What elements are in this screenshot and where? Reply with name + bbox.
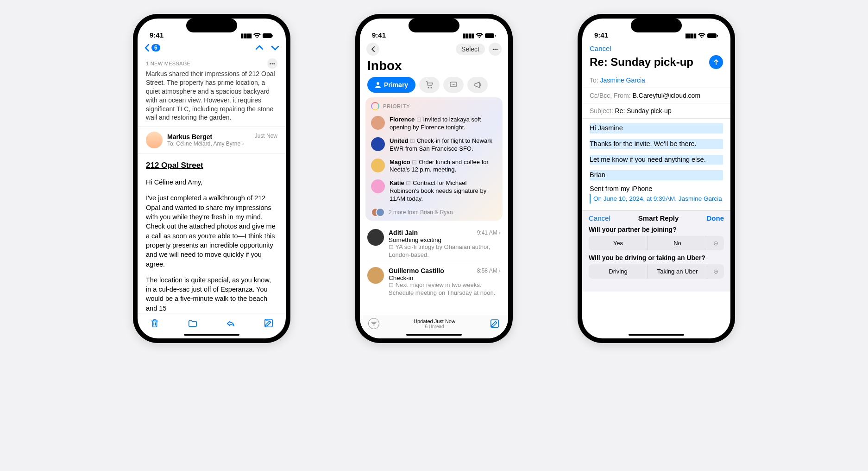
chevron-left-icon bbox=[144, 44, 151, 52]
priority-more[interactable]: 2 more from Brian & Ryan bbox=[371, 206, 497, 217]
status-icons: ▮▮▮▮ bbox=[463, 32, 496, 39]
smart-option-dismiss[interactable]: ⊖ bbox=[707, 236, 724, 250]
back-button[interactable] bbox=[366, 43, 379, 56]
message-row[interactable]: Aditi Jain 9:41 AM › Something exciting … bbox=[367, 225, 501, 263]
priority-label: PRIORITY bbox=[383, 103, 410, 109]
select-button[interactable]: Select bbox=[456, 44, 485, 55]
more-button[interactable]: ••• bbox=[489, 43, 502, 56]
chevron-down-icon[interactable] bbox=[271, 45, 279, 51]
svg-point-11 bbox=[454, 84, 455, 85]
smart-done-button[interactable]: Done bbox=[707, 214, 724, 222]
cc-field[interactable]: Cc/Bcc, From: B.Careyful@icloud.com bbox=[582, 88, 730, 103]
smart-option-dismiss[interactable]: ⊖ bbox=[707, 264, 724, 279]
body-sign: Brian bbox=[590, 170, 723, 180]
chevron-right-icon: › bbox=[499, 267, 501, 274]
to-value: Jasmine Garcia bbox=[600, 76, 645, 84]
message-nav-bar: 6 bbox=[138, 42, 286, 54]
priority-item[interactable]: Katie ⊡ Contract for Michael Robinson's … bbox=[371, 177, 497, 206]
svg-rect-4 bbox=[495, 35, 496, 37]
smart-option-no[interactable]: No bbox=[648, 236, 707, 250]
back-button[interactable]: 6 bbox=[144, 44, 160, 52]
chevron-right-icon: › bbox=[242, 140, 244, 147]
summary-text: Markus shared their impressions of 212 O… bbox=[146, 70, 277, 122]
cancel-button[interactable]: Cancel bbox=[582, 42, 730, 52]
priority-more-text: 2 more from Brian & Ryan bbox=[389, 209, 453, 216]
smart-option-yes[interactable]: Yes bbox=[589, 236, 648, 250]
status-icons: ▮▮▮▮ bbox=[685, 32, 718, 39]
priority-item[interactable]: United ⊡ Check-in for flight to Newark E… bbox=[371, 134, 497, 156]
tab-shopping[interactable] bbox=[419, 77, 440, 93]
subject-value: Re: Sunday pick-up bbox=[615, 107, 671, 115]
priority-item[interactable]: Magico ⊡ Order lunch and coffee for Neet… bbox=[371, 156, 497, 177]
home-indicator[interactable] bbox=[184, 334, 239, 336]
summary-icon: ⊡ bbox=[389, 281, 394, 288]
trash-icon[interactable] bbox=[150, 318, 160, 328]
reply-icon[interactable] bbox=[226, 318, 236, 328]
svg-point-9 bbox=[452, 84, 453, 85]
svg-point-10 bbox=[453, 84, 454, 85]
svg-point-7 bbox=[431, 87, 432, 89]
signature: Sent from my iPhone bbox=[590, 184, 723, 194]
compose-body[interactable]: Hi Jasmine Thanks for the invite. We'll … bbox=[582, 119, 730, 208]
summary-icon: ⊡ bbox=[410, 137, 415, 144]
priority-preview: Contract for Michael Robinson's book nee… bbox=[390, 179, 486, 202]
message-from: Aditi Jain bbox=[389, 229, 418, 236]
chevron-left-icon bbox=[371, 46, 375, 52]
message-subject: Check-in bbox=[389, 274, 501, 281]
ellipsis-icon: ••• bbox=[492, 46, 498, 52]
home-indicator[interactable] bbox=[406, 334, 462, 336]
battery-icon bbox=[707, 33, 718, 38]
svg-rect-0 bbox=[263, 33, 272, 38]
home-indicator[interactable] bbox=[629, 334, 684, 336]
smart-reply-panel: Cancel Smart Reply Done Will your partne… bbox=[582, 210, 730, 292]
avatar bbox=[371, 159, 385, 172]
smart-options: Yes No ⊖ bbox=[589, 236, 724, 250]
priority-sender: Florence bbox=[390, 116, 415, 123]
status-time: 9:41 bbox=[150, 31, 164, 39]
person-icon bbox=[375, 82, 381, 88]
to-field[interactable]: To: Jasmine Garcia bbox=[582, 73, 730, 88]
smart-option-uber[interactable]: Taking an Uber bbox=[648, 264, 707, 279]
arrow-up-icon bbox=[712, 58, 720, 66]
cellular-icon: ▮▮▮▮ bbox=[685, 32, 696, 39]
svg-point-5 bbox=[377, 82, 379, 85]
smart-cancel-button[interactable]: Cancel bbox=[589, 214, 610, 222]
recipients-label: To: Céline Mélard, Amy Byrne bbox=[167, 140, 240, 147]
mini-avatar bbox=[376, 208, 385, 217]
priority-section: PRIORITY Florence ⊡ Invited to izakaya s… bbox=[365, 97, 503, 221]
message-body: 212 Opal Street Hi Céline and Amy, I've … bbox=[138, 153, 286, 313]
filter-button[interactable] bbox=[368, 318, 379, 329]
phone-inbox-view: 9:41 ▮▮▮▮ Select ••• Inbox Primary bbox=[355, 14, 513, 343]
body-para1: I've just completed a walkthrough of 212… bbox=[146, 193, 277, 268]
folder-icon[interactable] bbox=[188, 318, 198, 328]
message-list: Aditi Jain 9:41 AM › Something exciting … bbox=[360, 225, 508, 301]
tab-promotions[interactable] bbox=[467, 77, 488, 93]
more-options-button[interactable]: ••• bbox=[267, 58, 277, 69]
compose-icon[interactable] bbox=[490, 318, 500, 329]
tab-primary[interactable]: Primary bbox=[367, 77, 415, 93]
tab-social[interactable] bbox=[443, 77, 464, 93]
summary-header-label: 1 NEW MESSAGE bbox=[146, 61, 190, 66]
ai-summary-card: 1 NEW MESSAGE ••• Markus shared their im… bbox=[138, 54, 286, 127]
send-button[interactable] bbox=[709, 55, 723, 69]
svg-rect-3 bbox=[485, 33, 494, 38]
priority-item[interactable]: Florence ⊡ Invited to izakaya soft openi… bbox=[371, 113, 497, 134]
priority-sender: Magico bbox=[390, 159, 410, 165]
chevron-right-icon: › bbox=[499, 229, 501, 236]
avatar bbox=[371, 116, 385, 130]
summary-icon: ⊡ bbox=[389, 243, 394, 250]
smart-option-driving[interactable]: Driving bbox=[589, 264, 648, 279]
sender-row[interactable]: Markus Berget To: Céline Mélard, Amy Byr… bbox=[138, 127, 286, 153]
subject-label: Subject: bbox=[590, 107, 613, 115]
compose-icon[interactable] bbox=[264, 318, 274, 328]
footer-unread: 6 Unread bbox=[414, 324, 455, 329]
message-time: 8:58 AM bbox=[477, 267, 497, 274]
message-row[interactable]: Guillermo Castillo 8:58 AM › Check-in ⊡ … bbox=[367, 263, 501, 301]
subject-field[interactable]: Subject: Re: Sunday pick-up bbox=[582, 103, 730, 119]
svg-rect-13 bbox=[707, 33, 717, 38]
category-tabs: Primary bbox=[360, 77, 508, 97]
summary-icon: ⊡ bbox=[416, 116, 421, 123]
compose-title: Re: Sunday pick-up bbox=[590, 56, 693, 69]
to-label: To: bbox=[590, 76, 598, 84]
chevron-up-icon[interactable] bbox=[255, 45, 264, 51]
